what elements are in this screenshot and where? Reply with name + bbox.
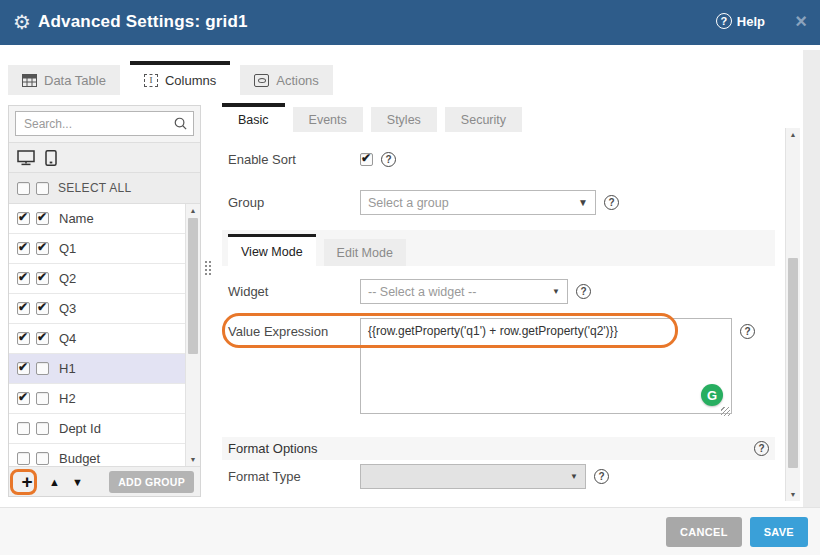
desktop-checkbox[interactable] bbox=[17, 332, 30, 345]
desktop-checkbox[interactable] bbox=[17, 212, 30, 225]
tab-events[interactable]: Events bbox=[293, 107, 363, 132]
list-item-budget[interactable]: Budget bbox=[9, 444, 200, 466]
mode-tabs: View Mode Edit Mode bbox=[222, 230, 775, 266]
list-item-q2[interactable]: Q2 bbox=[9, 264, 200, 294]
desktop-checkbox[interactable] bbox=[17, 452, 30, 465]
group-help-icon[interactable]: ? bbox=[604, 195, 619, 210]
list-item-q4[interactable]: Q4 bbox=[9, 324, 200, 354]
panel-splitter-handle[interactable] bbox=[204, 260, 212, 277]
add-group-button[interactable]: ADD GROUP bbox=[109, 471, 194, 493]
tab-styles-label: Styles bbox=[387, 113, 421, 127]
mobile-checkbox[interactable] bbox=[36, 242, 49, 255]
enable-sort-label: Enable Sort bbox=[228, 152, 360, 167]
scrollbar-thumb[interactable] bbox=[788, 258, 798, 468]
textarea-resize-handle[interactable] bbox=[721, 407, 730, 416]
grammarly-icon[interactable]: G bbox=[701, 384, 723, 406]
tab-view-mode[interactable]: View Mode bbox=[228, 234, 316, 266]
column-label: Dept Id bbox=[59, 421, 101, 436]
mobile-checkbox[interactable] bbox=[36, 302, 49, 315]
scroll-down-icon[interactable]: ▼ bbox=[786, 491, 800, 498]
mobile-checkbox[interactable] bbox=[36, 272, 49, 285]
tab-edit-mode[interactable]: Edit Mode bbox=[324, 239, 406, 266]
tab-actions[interactable]: Actions bbox=[240, 65, 333, 95]
select-all-label: SELECT ALL bbox=[58, 181, 132, 195]
widget-row: Widget -- Select a widget -- ▼ ? bbox=[222, 279, 591, 304]
column-label: H2 bbox=[59, 391, 76, 406]
mobile-checkbox[interactable] bbox=[36, 332, 49, 345]
column-list: Name Q1 Q2 Q3 Q4 bbox=[9, 204, 200, 466]
column-list-scrollbar[interactable]: ▲ ▼ bbox=[185, 204, 200, 466]
format-options-header: Format Options ? bbox=[222, 437, 775, 460]
cancel-button[interactable]: CANCEL bbox=[666, 517, 742, 547]
tab-styles[interactable]: Styles bbox=[371, 107, 437, 132]
settings-scrollbar[interactable]: ▲ ▼ bbox=[785, 128, 800, 501]
column-label: Q4 bbox=[59, 331, 76, 346]
desktop-checkbox[interactable] bbox=[17, 242, 30, 255]
widget-select[interactable]: -- Select a widget -- ▼ bbox=[360, 279, 568, 304]
actions-icon bbox=[254, 74, 269, 87]
tab-columns[interactable]: I Columns bbox=[130, 61, 230, 95]
format-options-label: Format Options bbox=[228, 441, 318, 456]
format-options-help-icon[interactable]: ? bbox=[754, 441, 769, 456]
enable-sort-checkbox[interactable] bbox=[360, 153, 373, 166]
chevron-down-icon: ▼ bbox=[570, 472, 578, 481]
close-icon[interactable]: × bbox=[795, 9, 807, 33]
list-item-q1[interactable]: Q1 bbox=[9, 234, 200, 264]
format-type-select[interactable]: ▼ bbox=[360, 464, 586, 489]
select-all-row[interactable]: SELECT ALL bbox=[9, 173, 200, 204]
format-type-label: Format Type bbox=[228, 469, 360, 484]
mobile-checkbox[interactable] bbox=[36, 452, 49, 465]
widget-help-icon[interactable]: ? bbox=[576, 284, 591, 299]
data-table-icon bbox=[22, 74, 37, 87]
mobile-checkbox[interactable] bbox=[36, 212, 49, 225]
format-type-row: Format Type ▼ ? bbox=[222, 464, 609, 489]
list-item-name[interactable]: Name bbox=[9, 204, 200, 234]
enable-sort-row: Enable Sort ? bbox=[222, 152, 396, 167]
format-type-help-icon[interactable]: ? bbox=[594, 469, 609, 484]
desktop-checkbox[interactable] bbox=[17, 422, 30, 435]
gear-icon: ⚙ bbox=[13, 9, 31, 35]
column-label: Name bbox=[59, 211, 94, 226]
value-expression-help-icon[interactable]: ? bbox=[740, 324, 755, 339]
list-item-h1[interactable]: H1 bbox=[9, 354, 200, 384]
desktop-icon[interactable] bbox=[17, 150, 35, 166]
tab-events-label: Events bbox=[309, 113, 347, 127]
mobile-checkbox[interactable] bbox=[36, 362, 49, 375]
group-select[interactable]: Select a group ▼ bbox=[360, 190, 596, 215]
desktop-checkbox[interactable] bbox=[17, 272, 30, 285]
list-item-dept-id[interactable]: Dept Id bbox=[9, 414, 200, 444]
mobile-checkbox[interactable] bbox=[36, 422, 49, 435]
select-all-desktop-checkbox[interactable] bbox=[17, 182, 30, 195]
mobile-icon[interactable] bbox=[45, 150, 57, 166]
main-tabs: Data Table I Columns Actions bbox=[8, 61, 333, 95]
desktop-checkbox[interactable] bbox=[17, 302, 30, 315]
desktop-checkbox[interactable] bbox=[17, 392, 30, 405]
enable-sort-help-icon[interactable]: ? bbox=[381, 152, 396, 167]
search-icon[interactable] bbox=[173, 116, 188, 131]
tab-security-label: Security bbox=[461, 113, 506, 127]
add-column-button[interactable]: + bbox=[17, 472, 37, 492]
value-expression-textarea[interactable]: {{row.getProperty('q1') + row.getPropert… bbox=[360, 318, 732, 414]
scroll-up-icon[interactable]: ▲ bbox=[186, 207, 200, 214]
scroll-up-icon[interactable]: ▲ bbox=[786, 131, 800, 138]
desktop-checkbox[interactable] bbox=[17, 362, 30, 375]
search-input[interactable] bbox=[15, 111, 194, 136]
mobile-checkbox[interactable] bbox=[36, 392, 49, 405]
tab-columns-label: Columns bbox=[165, 73, 216, 88]
help-button[interactable]: ? Help bbox=[716, 13, 765, 29]
search-bar bbox=[9, 106, 200, 142]
save-button[interactable]: SAVE bbox=[750, 517, 808, 547]
list-item-h2[interactable]: H2 bbox=[9, 384, 200, 414]
tab-security[interactable]: Security bbox=[445, 107, 522, 132]
move-up-button[interactable]: ▲ bbox=[49, 476, 60, 488]
columns-panel: SELECT ALL Name Q1 Q2 Q3 bbox=[8, 105, 201, 497]
tab-data-table[interactable]: Data Table bbox=[8, 65, 120, 95]
list-item-q3[interactable]: Q3 bbox=[9, 294, 200, 324]
scrollbar-thumb[interactable] bbox=[188, 218, 198, 354]
tab-basic[interactable]: Basic bbox=[222, 103, 285, 132]
dialog-title: Advanced Settings: grid1 bbox=[38, 12, 248, 32]
settings-form: Enable Sort ? Group Select a group ▼ ? V… bbox=[222, 132, 800, 500]
scroll-down-icon[interactable]: ▼ bbox=[186, 456, 200, 463]
select-all-mobile-checkbox[interactable] bbox=[36, 182, 49, 195]
move-down-button[interactable]: ▼ bbox=[72, 476, 83, 488]
